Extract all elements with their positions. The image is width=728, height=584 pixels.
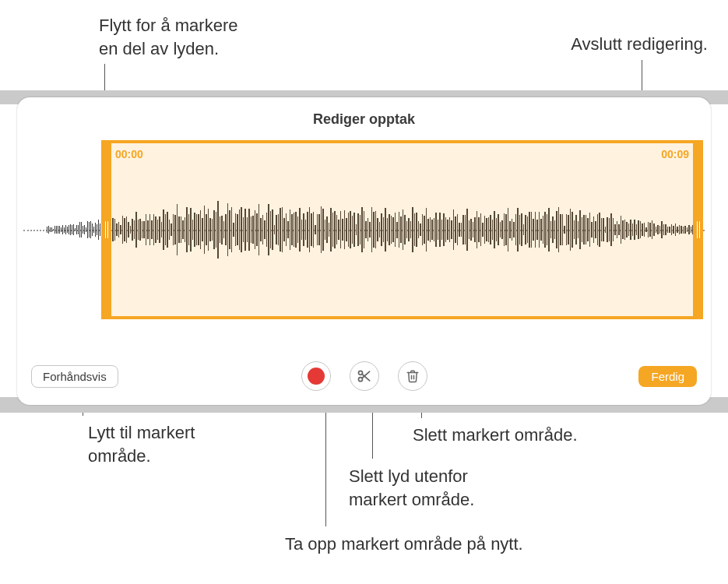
callout-drag-handle: Flytt for å markere en del av lyden.: [99, 14, 237, 60]
scissors-icon: [357, 368, 372, 384]
callout-text: Lytt til markert område.: [88, 423, 195, 466]
delete-button[interactable]: [398, 361, 427, 391]
callout-text: Flytt for å markere en del av lyden.: [99, 16, 237, 58]
callout-text: Slett lyd utenfor markert område.: [349, 466, 474, 509]
selection-handle-left[interactable]: [101, 140, 111, 319]
edit-recording-panel: Rediger opptak 00:00 00:09 Forhåndsvis: [17, 97, 711, 405]
callout-text: Avslutt redigering.: [571, 34, 708, 54]
trash-icon: [406, 368, 420, 384]
done-button[interactable]: Ferdig: [638, 366, 697, 387]
preview-button[interactable]: Forhåndsvis: [31, 365, 118, 388]
callout-trim: Slett lyd utenfor markert område.: [349, 465, 474, 511]
callout-text: Slett markert område.: [413, 425, 578, 445]
waveform-area: 00:00 00:09: [23, 140, 705, 319]
callout-preview: Lytt til markert område.: [88, 421, 195, 467]
record-icon: [308, 368, 325, 385]
callout-text: Ta opp markert område på nytt.: [285, 534, 523, 554]
selection-end-time: 00:09: [661, 148, 689, 160]
selection-region[interactable]: 00:00 00:09: [101, 140, 703, 319]
callout-finish-editing: Avslutt redigering.: [571, 33, 708, 56]
selection-handle-right[interactable]: [693, 140, 703, 319]
record-button[interactable]: [301, 361, 331, 391]
selection-start-time: 00:00: [115, 148, 143, 160]
editor-toolbar: Forhåndsvis: [17, 360, 711, 392]
callout-delete: Slett markert område.: [413, 424, 578, 447]
panel-title: Rediger opptak: [17, 97, 711, 128]
toolbar-icon-group: [301, 361, 427, 391]
trim-button[interactable]: [350, 361, 379, 391]
callout-record: Ta opp markert område på nytt.: [285, 533, 523, 556]
